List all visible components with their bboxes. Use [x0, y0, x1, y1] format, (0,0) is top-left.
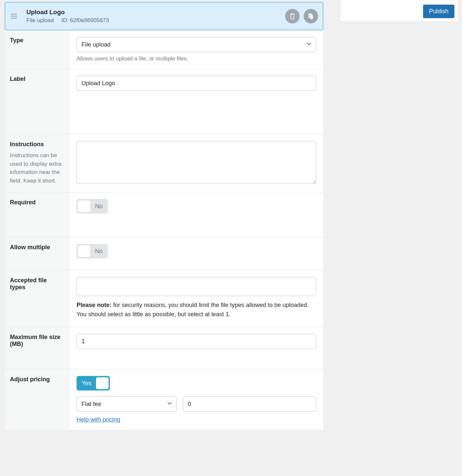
allow-multiple-toggle[interactable]: No — [77, 244, 108, 258]
field-header[interactable]: Upload Logo File upload ID: 62f0e8690567… — [5, 2, 323, 30]
label-adjust-pricing: Adjust pricing — [5, 369, 69, 430]
toggle-knob — [78, 245, 90, 257]
allow-multiple-toggle-label: No — [95, 248, 103, 255]
pricing-amount-input[interactable] — [183, 396, 316, 412]
label-max-file-size: Maximum file size (MB) — [5, 327, 69, 369]
label-accepted-types: Accepted file types — [5, 270, 69, 327]
accepted-types-note: Please note: for security reasons, you s… — [77, 301, 316, 319]
svg-rect-1 — [310, 15, 313, 19]
label-label: Label — [5, 69, 69, 134]
adjust-pricing-toggle[interactable]: Yes — [77, 376, 110, 391]
required-toggle-label: No — [95, 203, 103, 210]
adjust-pricing-toggle-label: Yes — [82, 380, 91, 387]
type-help-text: Allows users to upload a file, or multip… — [77, 55, 316, 62]
instructions-textarea[interactable] — [77, 141, 316, 184]
publish-box: Publish — [340, 0, 459, 22]
duplicate-button[interactable] — [304, 9, 318, 23]
type-select[interactable]: File upload — [77, 37, 316, 52]
label-instructions: Instructions — [10, 141, 44, 148]
toggle-knob — [78, 200, 90, 212]
help-with-pricing-link[interactable]: Help with pricing — [77, 416, 120, 423]
required-toggle[interactable]: No — [77, 199, 108, 214]
drag-handle-icon[interactable] — [10, 12, 18, 20]
label-required: Required — [5, 192, 69, 237]
label-type: Type — [5, 30, 69, 69]
publish-button[interactable]: Publish — [423, 5, 454, 18]
instructions-help-text: Instructions can be used to display extr… — [10, 151, 64, 185]
trash-icon — [289, 13, 295, 19]
field-header-text: Upload Logo File upload ID: 62f0e8690567… — [26, 9, 281, 24]
pricing-mode-select[interactable]: Flat fee — [77, 396, 177, 412]
delete-button[interactable] — [285, 9, 300, 23]
field-id: ID: 62f0e86905673 — [61, 17, 109, 23]
field-subtype: File upload — [26, 17, 54, 23]
label-input[interactable] — [77, 76, 316, 91]
toggle-knob — [96, 377, 109, 389]
copy-icon — [308, 13, 314, 19]
max-file-size-input[interactable] — [77, 334, 316, 349]
accepted-types-input[interactable] — [77, 277, 316, 296]
label-allow-multiple: Allow multiple — [5, 237, 69, 270]
field-title: Upload Logo — [26, 9, 281, 16]
